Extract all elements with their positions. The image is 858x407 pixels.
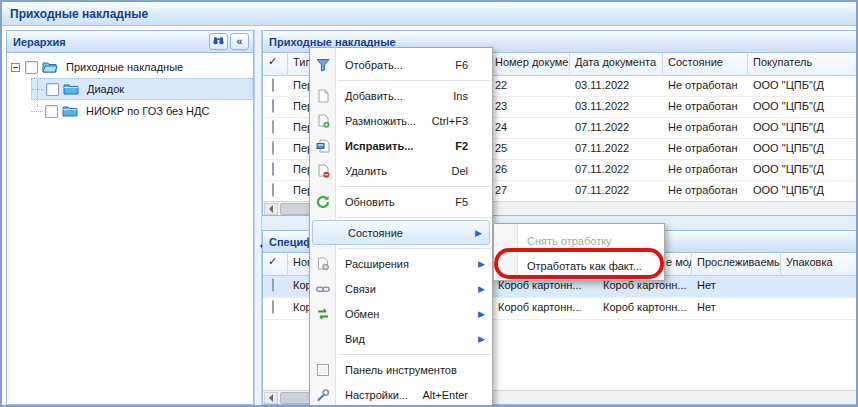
row-checkbox[interactable] [272,183,274,197]
window-title-bar: Приходные накладные [2,2,856,26]
row-checkbox[interactable] [272,99,274,113]
column-header-packing[interactable]: Упаковка [781,253,858,276]
scroll-thumb[interactable] [280,392,310,404]
scroll-left-icon[interactable] [264,392,278,404]
row-checkbox[interactable] [272,300,274,314]
menu-separator [338,217,491,218]
hierarchy-tree: Приходные накладныеДиадокНИОКР по ГОЗ бе… [7,53,253,122]
collapse-panel-button[interactable]: « [230,33,249,50]
column-header-check[interactable]: ✓ [263,253,288,276]
menu-item-настройки[interactable]: Настройки...Alt+Enter [310,382,492,407]
menu-item-label: Удалить [336,165,451,177]
menu-item-добавить[interactable]: Добавить...Ins [310,83,492,108]
menu-item-обновить[interactable]: ОбновитьF5 [310,189,492,214]
column-header-buyer[interactable]: Покупатель [748,53,858,76]
hierarchy-title: Иерархия [13,36,207,48]
cell-check[interactable] [263,97,288,117]
column-header-traceable[interactable]: Прослеживаемый [692,253,781,276]
cell-number: 27 [490,181,570,201]
cell-date: 03.11.2022 [570,97,663,117]
page-minus-icon [310,164,336,178]
menu-item-вид[interactable]: Вид▶ [310,326,492,351]
menu-item-shortcut: F5 [455,196,478,208]
cell-buyer: ООО "ЦПБ"(Д [748,139,858,159]
binoculars-icon [212,34,225,49]
row-checkbox[interactable] [272,120,274,134]
column-header-date[interactable]: Дата документа [570,53,663,76]
menu-item-label: Исправить... [336,140,455,152]
row-checkbox[interactable] [272,141,274,155]
menu-item-удалить[interactable]: УдалитьDel [310,158,492,183]
menu-item-обмен[interactable]: Обмен▶ [310,301,492,326]
tree-item-checkbox[interactable] [25,61,38,74]
annotation-highlight-oval [494,248,664,279]
folder-closed-icon [62,105,78,118]
menu-item-shortcut: F2 [455,140,478,152]
chain-icon [310,282,336,296]
column-header-state[interactable]: Состояние [663,53,748,76]
column-header-check[interactable]: ✓ [263,53,288,76]
row-checkbox[interactable] [272,162,274,176]
menu-separator [338,186,491,187]
tree-item[interactable]: Приходные накладные [7,56,253,78]
exchange-icon [310,307,336,321]
cell-state: Не отработан [663,181,748,201]
menu-item-связи[interactable]: Связи▶ [310,276,492,301]
menu-item-label: Добавить... [336,90,453,102]
menu-item-label: Размножить... [336,115,432,127]
scroll-thumb[interactable] [280,203,310,215]
cell-number: 24 [490,118,570,138]
cell-buyer: ООО "ЦПБ"(Д [748,160,858,180]
row-checkbox[interactable] [272,78,274,92]
tree-item-checkbox[interactable] [46,83,59,96]
menu-item-расширения[interactable]: Расширения▶ [310,251,492,276]
cell-check[interactable] [263,160,288,180]
cell-check[interactable] [263,276,288,297]
tree-item-checkbox[interactable] [45,105,58,118]
cell-traceable: Нет [692,298,781,319]
submenu-arrow-icon: ▶ [478,284,492,294]
tree-item[interactable]: Диадок [31,78,253,100]
cell-check[interactable] [263,181,288,201]
page-plus-icon [310,114,336,128]
cell-check[interactable] [263,139,288,159]
tree-item-label: НИОКР по ГОЗ без НДС [82,103,213,119]
cell-number: 22 [490,76,570,96]
cell-number: 23 [490,97,570,117]
vertical-splitter[interactable] [254,30,262,405]
cell-state: Не отработан [663,139,748,159]
submenu-item-label: Снять отработку [518,235,664,247]
menu-item-shortcut: F6 [455,59,478,71]
cell-state: Не отработан [663,160,748,180]
cell-col_a: Короб картонн... [493,298,598,319]
menu-item-отобрать[interactable]: Отобрать...F6 [310,52,492,77]
column-header-number[interactable]: Номер документа. [490,53,570,76]
tree-item[interactable]: НИОКР по ГОЗ без НДС [31,100,253,122]
menu-item-панель-инструментов[interactable]: Панель инструментов [310,357,492,382]
menu-item-label: Состояние [339,227,475,239]
cell-date: 07.11.2022 [570,118,663,138]
cell-buyer: ООО "ЦПБ"(Д [748,181,858,201]
menu-separator [338,248,491,249]
cell-check[interactable] [263,298,288,319]
search-button[interactable] [209,33,228,50]
refresh-icon [310,195,336,209]
hierarchy-panel: Иерархия « Приходные накладныеДиадокНИОК… [6,30,254,405]
cell-buyer: ООО "ЦПБ"(Д [748,97,858,117]
scroll-left-icon[interactable] [264,203,278,215]
cell-check[interactable] [263,118,288,138]
menu-item-label: Обмен [336,308,478,320]
cell-date: 03.11.2022 [570,76,663,96]
submenu-arrow-icon: ▶ [478,334,492,344]
cell-packing [781,298,858,319]
hierarchy-panel-header: Иерархия « [7,31,253,53]
cell-state: Не отработан [663,97,748,117]
cell-check[interactable] [263,76,288,96]
cell-number: 25 [490,139,570,159]
tree-expander-icon[interactable] [11,63,20,72]
row-checkbox[interactable] [272,278,274,292]
menu-item-размножить[interactable]: Размножить...Ctrl+F3 [310,108,492,133]
folder-open-icon [42,61,58,74]
menu-item-исправить[interactable]: Исправить...F2 [310,133,492,158]
menu-item-состояние[interactable]: Состояние▶ [312,220,490,245]
